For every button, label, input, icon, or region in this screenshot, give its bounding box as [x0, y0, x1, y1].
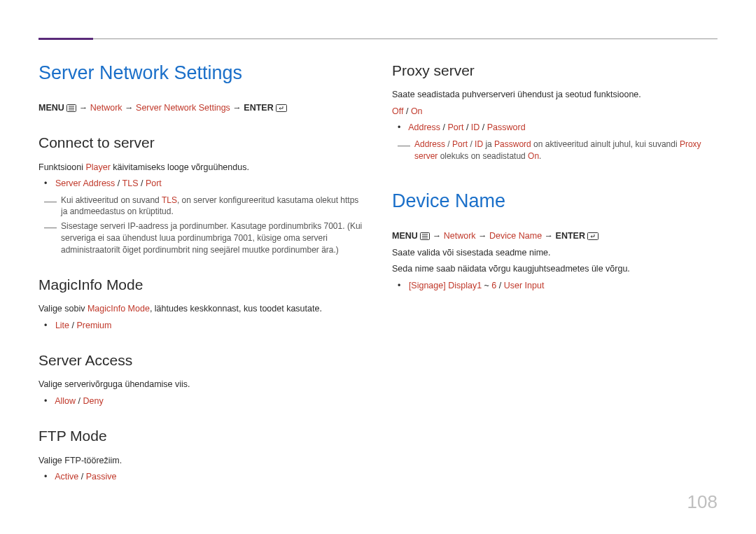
menu-icon: [66, 104, 76, 112]
sep: /: [479, 122, 486, 132]
list-item: Active / Passive: [54, 471, 364, 484]
option: ID: [471, 122, 480, 132]
enter-icon: [587, 232, 598, 240]
right-column: Proxy server Saate seadistada puhverserv…: [392, 60, 718, 488]
option: Server Address: [55, 178, 115, 188]
option: Port: [447, 122, 463, 132]
sep: /: [69, 321, 76, 330]
access-bullets: Allow / Deny: [38, 395, 364, 408]
dash-icon: ―: [398, 139, 410, 162]
list-item: [Signage] Display1 ~ 6 / User Input: [407, 280, 718, 293]
sep: ~: [482, 281, 491, 290]
text: Funktsiooni: [38, 162, 85, 172]
ftp-para: Valige FTP-töörežiim.: [38, 455, 364, 468]
heading-ftp-mode: FTP Mode: [38, 426, 364, 446]
breadcrumb-arrow: →: [79, 103, 88, 113]
text-accent: Port: [452, 139, 468, 149]
sep: /: [403, 106, 410, 116]
text: Valige sobiv: [38, 304, 88, 314]
breadcrumb-sns-item: Server Network Settings: [136, 103, 230, 113]
text: , lähtudes keskkonnast, kus toodet kasut…: [150, 304, 322, 314]
ftp-bullets: Active / Passive: [38, 471, 364, 484]
proxy-para: Saate seadistada puhverserveri ühendust …: [392, 89, 718, 101]
text-accent: On: [528, 151, 539, 161]
breadcrumb-menu: MENU: [38, 103, 64, 113]
breadcrumb-network: Network: [90, 103, 122, 113]
option: Address: [408, 122, 440, 132]
option: Allow: [55, 396, 76, 406]
device-para2: Seda nime saab näidata võrgu kaugjuhtsea…: [392, 263, 718, 276]
heading-server-access: Server Access: [38, 350, 364, 370]
sep: /: [445, 139, 452, 149]
text: on aktiveeritud ainult juhul, kui suvand…: [531, 139, 680, 149]
sep: /: [115, 178, 122, 188]
enter-icon: [276, 104, 287, 112]
breadcrumb-sns: MENU → Network → Server Network Settings…: [38, 102, 364, 115]
dash-icon: ―: [44, 195, 57, 218]
magicinfo-bullets: Lite / Premium: [38, 320, 364, 332]
breadcrumb-enter: ENTER: [556, 231, 585, 241]
content-columns: Server Network Settings MENU → Network →…: [38, 60, 718, 488]
text: ja: [483, 139, 494, 149]
option: Password: [487, 122, 526, 132]
breadcrumb-arrow: →: [232, 103, 241, 113]
breadcrumb-device-name: MENU → Network → Device Name → ENTER: [392, 230, 718, 243]
proxy-offon: Off / On: [392, 106, 718, 118]
option: User Input: [504, 281, 545, 290]
text-accent: Player: [85, 162, 110, 172]
device-para1: Saate valida või sisestada seadme nime.: [392, 247, 718, 260]
access-para: Valige serverivõrguga ühendamise viis.: [38, 379, 364, 391]
heading-proxy-server: Proxy server: [392, 60, 718, 80]
sep: /: [463, 122, 470, 132]
option: Lite: [55, 321, 69, 330]
page-number: 108: [687, 489, 718, 514]
heading-device-name: Device Name: [392, 188, 718, 215]
note-text: Sisestage serveri IP-aadress ja pordinum…: [61, 220, 364, 255]
note-text: Kui aktiveeritud on suvand TLS, on serve…: [61, 195, 364, 218]
note: ― Address / Port / ID ja Password on akt…: [392, 139, 718, 162]
breadcrumb-enter: ENTER: [244, 103, 273, 113]
text: olekuks on seadistatud: [438, 151, 528, 161]
sep: /: [496, 281, 503, 290]
option: Premium: [76, 321, 111, 330]
note: ― Sisestage serveri IP-aadress ja pordin…: [38, 220, 364, 255]
option: On: [411, 106, 423, 116]
note: ― Kui aktiveeritud on suvand TLS, on ser…: [38, 195, 364, 218]
text-accent: Address: [414, 139, 445, 149]
breadcrumb-menu: MENU: [392, 231, 418, 241]
text: käivitamiseks looge võrguühendus.: [111, 162, 249, 172]
left-column: Server Network Settings MENU → Network →…: [38, 60, 364, 488]
device-bullets: [Signage] Display1 ~ 6 / User Input: [392, 280, 718, 293]
text-accent: Password: [494, 139, 531, 149]
sep: /: [78, 472, 85, 482]
heading-connect-to-server: Connect to server: [38, 132, 364, 153]
breadcrumb-devicename-item: Device Name: [489, 231, 542, 241]
option: TLS: [122, 178, 139, 188]
option: Off: [392, 106, 403, 116]
option: Port: [146, 178, 162, 188]
text: .: [539, 151, 541, 161]
dash-icon: ―: [44, 220, 57, 255]
text-accent: MagicInfo Mode: [88, 304, 150, 314]
connect-bullets: Server Address / TLS / Port: [38, 178, 364, 190]
text-accent: ID: [475, 139, 483, 149]
connect-para: Funktsiooni Player käivitamiseks looge v…: [38, 162, 364, 174]
option: [Signage] Display1: [409, 281, 482, 290]
sep: /: [76, 396, 83, 406]
option: Active: [55, 472, 78, 482]
list-item: Lite / Premium: [54, 320, 364, 332]
magicinfo-para: Valige sobiv MagicInfo Mode, lähtudes ke…: [38, 303, 364, 316]
top-rule: [38, 38, 718, 39]
list-item: Address / Port / ID / Password: [407, 122, 718, 134]
list-item: Allow / Deny: [54, 395, 364, 408]
breadcrumb-arrow: →: [545, 231, 554, 241]
note-text: Address / Port / ID ja Password on aktiv…: [414, 139, 718, 162]
sep: /: [440, 122, 447, 132]
breadcrumb-arrow: →: [433, 231, 442, 241]
option: Passive: [86, 472, 117, 482]
breadcrumb-arrow: →: [478, 231, 487, 241]
sep: /: [138, 178, 145, 188]
text: Kui aktiveeritud on suvand: [61, 195, 162, 205]
menu-icon: [420, 232, 430, 240]
text-accent: TLS: [162, 195, 177, 205]
